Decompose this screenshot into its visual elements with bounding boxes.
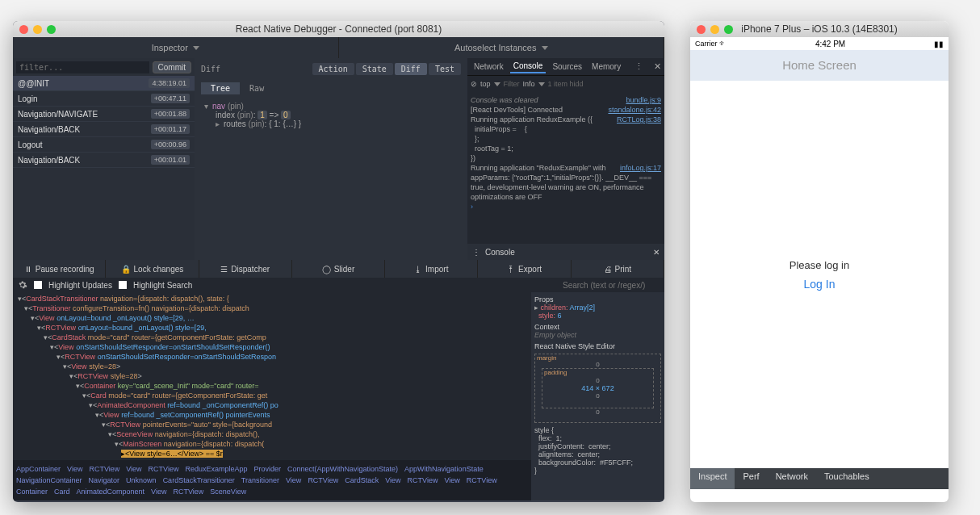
action-row[interactable]: Navigation/NAVIGATE+00:01.88	[13, 107, 195, 122]
tab-test[interactable]: Test	[429, 63, 461, 75]
breadcrumb-item[interactable]: View	[286, 475, 301, 486]
breadcrumb-item[interactable]: RCTView	[89, 463, 119, 475]
props-heading: Props	[534, 295, 661, 304]
breadcrumb-item[interactable]: View	[444, 475, 459, 486]
simulator-title: iPhone 7 Plus – iOS 10.3 (14E8301)	[690, 23, 949, 35]
breadcrumb-item[interactable]: AppWithNavigationState	[404, 463, 484, 475]
export-button[interactable]: ⭱ Export	[478, 260, 571, 278]
tab-touchables[interactable]: Touchables	[816, 468, 877, 489]
breadcrumb-item[interactable]: View	[151, 486, 166, 497]
breadcrumb-item[interactable]: RCTView	[308, 475, 338, 486]
breadcrumb-item[interactable]: RCTView	[467, 475, 497, 486]
box-model[interactable]: margin 0 padding 0 414 × 672 0 0	[534, 354, 661, 423]
diff-label: Diff	[201, 65, 220, 73]
tab-inspect[interactable]: Inspect	[690, 468, 735, 489]
tab-perf[interactable]: Perf	[735, 468, 767, 489]
breadcrumb-item[interactable]: Connect(AppWithNavigationState)	[287, 463, 398, 475]
debugger-title: React Native Debugger - Connected (port …	[13, 23, 664, 35]
tab-console[interactable]: Console	[510, 60, 547, 73]
kebab-icon[interactable]: ⋮	[472, 248, 480, 257]
tab-network[interactable]: Network	[471, 61, 507, 73]
clock: 4:42 PM	[815, 40, 845, 48]
debugger-titlebar[interactable]: React Native Debugger - Connected (port …	[13, 21, 664, 37]
battery-icon: ▮▮	[934, 40, 944, 48]
breadcrumb-item[interactable]: Unknown	[126, 475, 157, 486]
breadcrumb-item[interactable]: ReduxExampleApp	[185, 463, 247, 475]
autoselect-dropdown[interactable]: Autoselect Instances	[339, 37, 665, 58]
breadcrumb-item[interactable]: CardStackTransitioner	[163, 475, 235, 486]
breadcrumb-item[interactable]: CardStack	[345, 475, 379, 486]
selected-element[interactable]: ▸<View style=6…</View> == $r	[121, 450, 223, 458]
tab-network[interactable]: Network	[768, 468, 816, 489]
breadcrumb-item[interactable]: SceneView	[210, 486, 246, 497]
breadcrumb-item[interactable]: Provider	[254, 463, 282, 475]
style-block: style { flex: 1; justifyContent: center;…	[534, 426, 661, 475]
highlight-updates-label: Highlight Updates	[48, 281, 112, 290]
simulator-titlebar[interactable]: iPhone 7 Plus – iOS 10.3 (14E8301)	[690, 21, 949, 37]
import-button[interactable]: ⭳ Import	[385, 260, 478, 278]
breadcrumb-item[interactable]: View	[126, 463, 141, 475]
component-tree[interactable]: ▾<CardStackTransitioner navigation={disp…	[13, 292, 531, 460]
commit-button[interactable]: Commit	[153, 61, 191, 73]
level-select[interactable]: Info	[523, 80, 535, 88]
no-icon[interactable]: ⊘	[471, 80, 477, 88]
drawer-console-tab[interactable]: Console	[485, 248, 515, 257]
action-row[interactable]: Navigation/BACK+00:01.17	[13, 122, 195, 137]
tab-diff[interactable]: Diff	[395, 63, 427, 75]
tab-action[interactable]: Action	[312, 63, 354, 75]
props-panel: Props ▸ children: Array[2] style: 6 Cont…	[531, 292, 664, 500]
actions-panel: Commit @@INIT4:38:19.01 Login+00:47.11 N…	[13, 58, 195, 260]
breadcrumb-item[interactable]: Card	[54, 486, 70, 497]
action-row[interactable]: Login+00:47.11	[13, 91, 195, 107]
chevron-down-icon	[494, 82, 500, 86]
close-icon[interactable]: ✕	[654, 61, 661, 72]
lock-button[interactable]: 🔒 Lock changes	[106, 260, 199, 278]
inspector-label: Inspector	[152, 43, 188, 52]
tab-sources[interactable]: Sources	[549, 61, 585, 73]
login-link[interactable]: Log In	[804, 278, 836, 291]
tab-state[interactable]: State	[356, 63, 393, 75]
tab-memory[interactable]: Memory	[588, 61, 624, 73]
breadcrumb-item[interactable]: AppContainer	[16, 463, 61, 475]
search-input[interactable]	[563, 281, 660, 290]
context-select[interactable]: top	[480, 80, 491, 88]
breadcrumb-item[interactable]: Transitioner	[241, 475, 279, 486]
gear-icon[interactable]	[18, 280, 27, 290]
breadcrumb-item[interactable]: Navigator	[89, 475, 120, 486]
breadcrumb-item[interactable]: Container	[16, 486, 48, 497]
print-button[interactable]: 🖨 Print	[572, 260, 664, 278]
subtab-raw[interactable]: Raw	[240, 82, 274, 94]
breadcrumb-item[interactable]: AnimatedComponent	[77, 486, 145, 497]
breadcrumb-item[interactable]: RCTView	[408, 475, 438, 486]
action-row[interactable]: @@INIT4:38:19.01	[13, 76, 195, 91]
breadcrumb-item[interactable]: View	[67, 463, 82, 475]
chevron-down-icon	[542, 46, 548, 50]
breadcrumb-item[interactable]: RCTView	[149, 463, 179, 475]
highlight-search-checkbox[interactable]	[119, 281, 127, 289]
pause-button[interactable]: ⏸ Pause recording	[13, 260, 106, 278]
breadcrumb-item[interactable]: NavigationContainer	[16, 475, 82, 486]
breadcrumb-item[interactable]: RCTView	[173, 486, 203, 497]
breadcrumb[interactable]: AppContainerViewRCTViewViewRCTViewReduxE…	[13, 460, 531, 500]
status-bar: Carrier ᯤ 4:42 PM ▮▮	[690, 37, 949, 50]
kebab-icon[interactable]: ⋮	[634, 61, 643, 72]
slider-button[interactable]: ◯ Slider	[292, 260, 385, 278]
filter-input[interactable]: Filter	[504, 80, 520, 88]
carrier-label: Carrier ᯤ	[695, 40, 727, 48]
diff-tree[interactable]: ▾nav (pin) index (pin): 1 => 0 ▸routes (…	[195, 97, 467, 133]
close-icon[interactable]: ✕	[653, 248, 660, 257]
highlight-updates-checkbox[interactable]	[34, 281, 42, 289]
subtab-tree[interactable]: Tree	[201, 82, 240, 94]
filter-input[interactable]	[16, 61, 149, 73]
hidden-items: 1 item hidd	[548, 80, 584, 88]
inspector-dropdown[interactable]: Inspector	[13, 37, 339, 58]
console-output[interactable]: Console was clearedbundle.js:9 [React De…	[467, 92, 664, 244]
action-row[interactable]: Navigation/BACK+00:01.01	[13, 153, 195, 168]
dispatcher-button[interactable]: ☰ Dispatcher	[199, 260, 292, 278]
action-row[interactable]: Logout+00:00.96	[13, 137, 195, 153]
highlight-search-label: Highlight Search	[133, 281, 192, 290]
nav-bar: Home Screen	[690, 50, 949, 81]
breadcrumb-item[interactable]: View	[385, 475, 400, 486]
login-message: Please log in	[789, 259, 849, 271]
devtools-console: Network Console Sources Memory ⋮ ✕ ⊘ top…	[467, 58, 664, 260]
